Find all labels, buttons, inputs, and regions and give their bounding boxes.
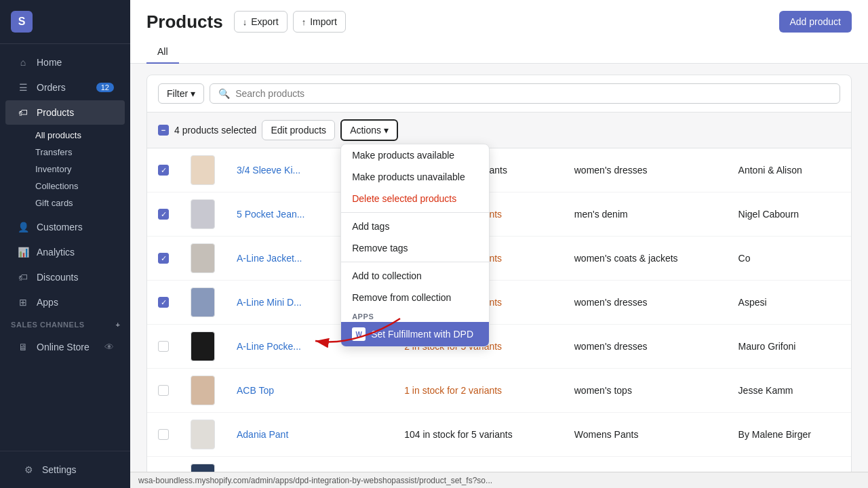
table-row: A-Line Jacket... 1 in stock for 3 varian… [147,237,851,281]
discounts-icon: 🏷 [16,270,30,284]
sidebar-item-inventory[interactable]: Inventory [30,161,130,178]
dropdown-item-make-unavailable[interactable]: Make products unavailable [341,166,489,188]
selected-count: 4 products selected [174,125,256,136]
dropdown-item-remove-collection[interactable]: Remove from collection [341,287,489,308]
edit-products-button[interactable]: Edit products [262,120,335,140]
product-category-1: women's dresses [574,165,648,176]
actions-dropdown-wrapper: Actions ▾ Make products available Make p… [340,119,398,141]
product-category-3: women's coats & jackets [574,253,678,264]
sidebar-item-collections[interactable]: Collections [30,178,130,195]
sidebar-item-apps[interactable]: ⊞ Apps [5,290,125,314]
product-image-1 [191,155,215,185]
sidebar-item-home[interactable]: ⌂ Home [5,50,125,75]
sidebar-item-orders-label: Orders [37,82,66,93]
sidebar-item-online-store[interactable]: 🖥 Online Store 👁 [5,335,125,359]
products-tbody: 3/4 Sleeve Ki... 25 in stock for 5 varia… [147,148,851,472]
header-file-actions: ↓ Export ↑ Import [234,11,346,33]
table-row: A-Line Pocke... 2 in stock for 5 variant… [147,325,851,369]
product-image-4 [191,287,215,317]
status-bar: wsa-boundless.myshopify.com/admin/apps/d… [130,472,868,488]
table-row: A-Line Mini D... 2 in stock for 3 varian… [147,281,851,325]
page-header: Products ↓ Export ↑ Import Add product A… [130,0,868,64]
product-name-1[interactable]: 3/4 Sleeve Ki... [237,165,300,176]
sidebar-item-products[interactable]: 🏷 Products [5,100,125,125]
row-checkbox-7[interactable] [158,429,169,440]
dropdown-item-remove-tags[interactable]: Remove tags [341,237,489,259]
select-all-checkbox[interactable]: − [158,125,169,136]
dropdown-item-dpd[interactable]: W Set Fulfillment with DPD [341,322,489,346]
dropdown-item-add-collection[interactable]: Add to collection [341,265,489,287]
product-name-2[interactable]: 5 Pocket Jean... [237,209,304,220]
product-vendor-2: Nigel Cabourn [738,209,800,220]
row-checkbox-1[interactable] [158,165,169,176]
product-category-4: women's dresses [574,297,648,308]
actions-dropdown-menu: Make products available Make products un… [340,144,490,347]
product-vendor-3: Co [738,253,751,264]
customers-icon: 👤 [16,220,30,234]
apps-icon: ⊞ [16,296,30,309]
sidebar-item-online-store-label: Online Store [37,342,90,352]
product-category-5: women's dresses [574,341,648,352]
product-image-3 [191,243,215,273]
product-image-5 [191,331,215,361]
dropdown-item-add-tags[interactable]: Add tags [341,216,489,237]
sidebar-item-discounts[interactable]: 🏷 Discounts [5,265,125,289]
product-image-2 [191,199,215,229]
product-category-2: men's denim [574,209,628,220]
sidebar-item-all-products[interactable]: All products [30,127,130,144]
export-button[interactable]: ↓ Export [234,11,288,33]
orders-badge: 12 [96,83,114,92]
sidebar-logo: S [0,0,130,44]
add-sales-channel-button[interactable]: + [111,318,125,331]
products-table: 3/4 Sleeve Ki... 25 in stock for 5 varia… [147,148,851,472]
product-stock-6: 1 in stock for 2 variants [404,385,502,396]
main-content-area: Products ↓ Export ↑ Import Add product A… [130,0,868,488]
row-checkbox-4[interactable] [158,297,169,308]
product-category-7: Womens Pants [574,429,639,440]
sidebar-item-home-label: Home [37,57,62,68]
product-vendor-4: Aspesi [738,297,767,308]
row-checkbox-5[interactable] [158,341,169,352]
product-name-4[interactable]: A-Line Mini D... [237,297,302,308]
actions-button[interactable]: Actions ▾ [340,119,398,141]
sidebar-item-orders[interactable]: ☰ Orders 12 [5,75,125,100]
import-button[interactable]: ↑ Import [293,11,346,33]
sidebar-item-apps-label: Apps [37,297,58,308]
product-image-7 [191,420,215,449]
product-vendor-7: By Malene Birger [738,429,811,440]
filter-button[interactable]: Filter ▾ [158,83,204,104]
product-tabs: All [146,41,852,63]
tab-all[interactable]: All [146,41,179,64]
sidebar-item-discounts-label: Discounts [37,272,78,283]
sidebar-item-analytics[interactable]: 📊 Analytics [5,240,125,264]
sidebar-item-gift-cards[interactable]: Gift cards [30,195,130,211]
product-name-7[interactable]: Adania Pant [237,429,288,440]
add-product-button[interactable]: Add product [779,11,852,33]
search-input[interactable] [235,88,831,99]
products-content: Filter ▾ 🔍 − 4 products selected Edit pr… [130,64,868,472]
dropdown-item-delete[interactable]: Delete selected products [341,188,489,209]
search-box: 🔍 [210,83,840,104]
content-wrapper: Filter ▾ 🔍 − 4 products selected Edit pr… [130,64,868,472]
page-title: Products [146,12,223,33]
product-name-6[interactable]: ACB Top [237,385,274,396]
logo-icon: S [11,11,33,33]
product-name-3[interactable]: A-Line Jacket... [237,253,302,264]
products-icon: 🏷 [16,106,30,119]
row-checkbox-2[interactable] [158,209,169,220]
home-icon: ⌂ [16,56,30,69]
dropdown-item-make-available[interactable]: Make products available [341,144,489,166]
bulk-action-bar: − 4 products selected Edit products Acti… [147,113,851,148]
sidebar-item-settings[interactable]: ⚙ Settings [11,458,119,482]
status-url: wsa-boundless.myshopify.com/admin/apps/d… [138,476,492,485]
sidebar-item-customers[interactable]: 👤 Customers [5,215,125,239]
table-row: ACB Top 1 in stock for 2 variants women'… [147,369,851,413]
product-name-5[interactable]: A-Line Pocke... [237,341,301,352]
analytics-icon: 📊 [16,245,30,259]
table-row: 5 Pocket Jean... 0 in stock for 3 varian… [147,192,851,237]
row-checkbox-3[interactable] [158,253,169,264]
sidebar-item-transfers[interactable]: Transfers [30,144,130,161]
store-icon: 🖥 [16,340,30,354]
search-icon: 🔍 [218,88,230,99]
row-checkbox-6[interactable] [158,385,169,396]
